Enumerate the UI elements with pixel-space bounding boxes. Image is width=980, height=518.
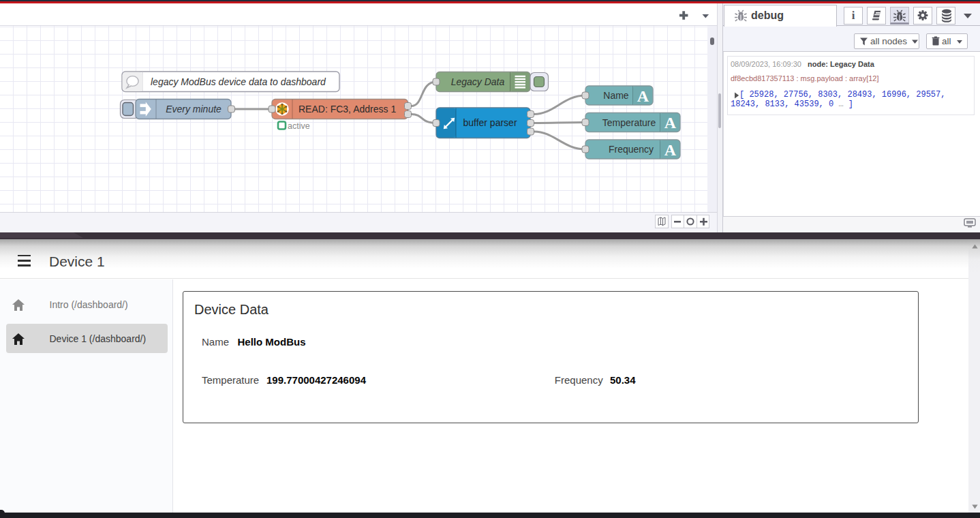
svg-text:legacy ModBus device data to d: legacy ModBus device data to dashboard — [151, 76, 326, 87]
svg-text:buffer parser: buffer parser — [463, 117, 517, 128]
svg-text:A: A — [637, 87, 649, 105]
svg-text:Temperature: Temperature — [602, 117, 656, 128]
svg-text:active: active — [288, 121, 310, 131]
svg-text:Every minute: Every minute — [166, 104, 221, 115]
svg-text:Frequency: Frequency — [609, 144, 654, 155]
svg-text:READ: FC3, Address 1: READ: FC3, Address 1 — [298, 104, 396, 115]
svg-text:Legacy Data: Legacy Data — [451, 76, 505, 87]
svg-text:A: A — [664, 114, 677, 132]
svg-text:A: A — [664, 141, 677, 159]
svg-text:Name: Name — [603, 90, 629, 101]
